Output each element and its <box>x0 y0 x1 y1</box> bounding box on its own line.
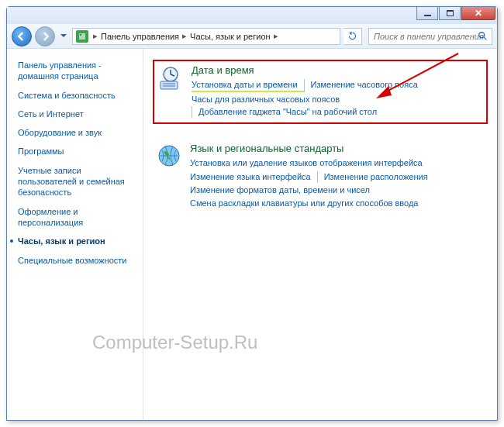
sidebar-item-programs[interactable]: Программы <box>18 146 138 157</box>
main-content: Дата и время Установка даты и времени Из… <box>143 49 497 420</box>
link-change-keyboard[interactable]: Смена раскладки клавиатуры или других сп… <box>190 198 424 209</box>
refresh-button[interactable] <box>343 28 362 45</box>
category-region-language: Язык и региональные стандарты Установка … <box>153 139 488 215</box>
link-set-date-time[interactable]: Установка даты и времени <box>192 79 304 92</box>
category-date-time: Дата и время Установка даты и времени Из… <box>153 60 488 124</box>
svg-point-2 <box>479 32 485 37</box>
sidebar-item-appearance[interactable]: Оформление и персонализация <box>18 206 138 229</box>
forward-button[interactable] <box>35 26 55 46</box>
close-button[interactable]: ✕ <box>461 7 495 20</box>
svg-line-3 <box>484 36 487 40</box>
back-button[interactable] <box>12 26 32 46</box>
link-change-display-language[interactable]: Изменение языка интерфейса <box>190 171 317 183</box>
clock-icon <box>157 64 184 91</box>
svg-rect-9 <box>161 81 178 89</box>
search-box[interactable] <box>368 28 492 45</box>
sidebar-item-home[interactable]: Панель управления - домашняя страница <box>18 60 138 82</box>
svg-rect-1 <box>80 34 81 36</box>
address-bar[interactable]: ▸ Панель управления ▸ Часы, язык и регио… <box>72 28 340 45</box>
sidebar-item-clock-region[interactable]: Часы, язык и регион <box>18 236 138 246</box>
window-titlebar: ✕ <box>7 7 497 24</box>
breadcrumb[interactable]: Часы, язык и регион <box>188 32 272 41</box>
link-change-location[interactable]: Изменение расположения <box>317 171 434 183</box>
link-change-timezone[interactable]: Изменение часового пояса <box>304 79 424 92</box>
navigation-bar: ▸ Панель управления ▸ Часы, язык и регио… <box>7 24 497 49</box>
category-title[interactable]: Язык и региональные стандарты <box>190 143 485 154</box>
minimize-button[interactable] <box>416 7 438 20</box>
chevron-right-icon: ▸ <box>272 31 280 41</box>
search-icon <box>478 31 488 42</box>
sidebar-item-accessibility[interactable]: Специальные возможности <box>18 255 138 266</box>
history-dropdown[interactable] <box>58 26 69 46</box>
breadcrumb[interactable]: Панель управления <box>99 32 181 41</box>
sidebar: Панель управления - домашняя страница Си… <box>7 49 143 420</box>
sidebar-item-hardware[interactable]: Оборудование и звук <box>18 127 138 138</box>
link-install-display-languages[interactable]: Установка или удаление языков отображени… <box>190 157 429 169</box>
control-panel-icon <box>76 30 88 43</box>
chevron-right-icon: ▸ <box>91 31 99 41</box>
link-change-formats[interactable]: Изменение форматов даты, времени и чисел <box>190 184 376 196</box>
category-title[interactable]: Дата и время <box>192 64 483 76</box>
chevron-right-icon: ▸ <box>181 31 188 41</box>
globe-icon <box>156 143 182 169</box>
link-add-clock-gadget[interactable]: Добавление гаджета "Часы" на рабочий сто… <box>192 106 383 118</box>
search-input[interactable] <box>372 31 488 42</box>
maximize-button[interactable] <box>439 7 461 20</box>
sidebar-item-network[interactable]: Сеть и Интернет <box>18 108 138 119</box>
sidebar-item-accounts[interactable]: Учетные записи пользователей и семейная … <box>18 165 138 198</box>
sidebar-item-system[interactable]: Система и безопасность <box>18 90 138 101</box>
link-additional-clocks[interactable]: Часы для различных часовых поясов <box>192 94 346 105</box>
